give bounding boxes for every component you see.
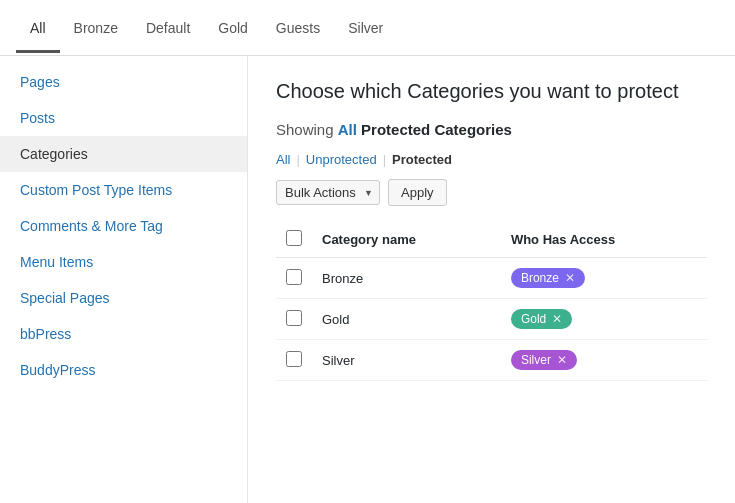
badge-bronze: Bronze ✕ xyxy=(511,268,585,288)
sidebar-item-menu-items[interactable]: Menu Items xyxy=(0,244,247,280)
sidebar-item-bbpress[interactable]: bbPress xyxy=(0,316,247,352)
table-header-row: Category name Who Has Access xyxy=(276,222,707,258)
table-row: Bronze Bronze ✕ xyxy=(276,258,707,299)
table-row: Silver Silver ✕ xyxy=(276,340,707,381)
tab-guests[interactable]: Guests xyxy=(262,12,334,44)
bulk-actions-row: Bulk Actions Apply xyxy=(276,179,707,206)
badge-gold: Gold ✕ xyxy=(511,309,572,329)
filter-protected[interactable]: Protected xyxy=(392,152,452,167)
badge-remove-silver[interactable]: ✕ xyxy=(557,353,567,367)
header-category-name: Category name xyxy=(312,222,501,258)
sidebar-item-buddypress[interactable]: BuddyPress xyxy=(0,352,247,388)
main-layout: Pages Posts Categories Custom Post Type … xyxy=(0,56,735,503)
row-access-silver: Silver ✕ xyxy=(501,340,707,381)
sidebar: Pages Posts Categories Custom Post Type … xyxy=(0,56,248,503)
badge-label-silver: Silver xyxy=(521,353,551,367)
row-category-name-silver: Silver xyxy=(312,340,501,381)
tab-default[interactable]: Default xyxy=(132,12,204,44)
tab-bar: All Bronze Default Gold Guests Silver xyxy=(0,0,735,56)
header-who-has-access: Who Has Access xyxy=(501,222,707,258)
select-all-checkbox[interactable] xyxy=(286,230,302,246)
row-category-name-bronze: Bronze xyxy=(312,258,501,299)
filter-all[interactable]: All xyxy=(276,152,290,167)
table-row: Gold Gold ✕ xyxy=(276,299,707,340)
page-title: Choose which Categories you want to prot… xyxy=(276,80,707,103)
header-checkbox-col xyxy=(276,222,312,258)
row-checkbox-cell xyxy=(276,299,312,340)
sidebar-item-categories[interactable]: Categories xyxy=(0,136,247,172)
badge-label-gold: Gold xyxy=(521,312,546,326)
row-checkbox-bronze[interactable] xyxy=(286,269,302,285)
tab-gold[interactable]: Gold xyxy=(204,12,262,44)
categories-table: Category name Who Has Access Bronze Bron… xyxy=(276,222,707,381)
row-checkbox-cell xyxy=(276,258,312,299)
badge-silver: Silver ✕ xyxy=(511,350,577,370)
row-checkbox-gold[interactable] xyxy=(286,310,302,326)
row-access-bronze: Bronze ✕ xyxy=(501,258,707,299)
showing-line: Showing All Protected Categories xyxy=(276,121,707,138)
tab-silver[interactable]: Silver xyxy=(334,12,397,44)
row-category-name-gold: Gold xyxy=(312,299,501,340)
showing-all-word: All xyxy=(338,121,357,138)
row-access-gold: Gold ✕ xyxy=(501,299,707,340)
sidebar-item-posts[interactable]: Posts xyxy=(0,100,247,136)
row-checkbox-silver[interactable] xyxy=(286,351,302,367)
sidebar-item-pages[interactable]: Pages xyxy=(0,64,247,100)
tab-bronze[interactable]: Bronze xyxy=(60,12,132,44)
showing-suffix-text: Protected Categories xyxy=(361,121,512,138)
bulk-select-wrap: Bulk Actions xyxy=(276,180,380,205)
tab-all[interactable]: All xyxy=(16,12,60,44)
apply-button[interactable]: Apply xyxy=(388,179,447,206)
sidebar-item-custom-post-type[interactable]: Custom Post Type Items xyxy=(0,172,247,208)
row-checkbox-cell xyxy=(276,340,312,381)
badge-remove-bronze[interactable]: ✕ xyxy=(565,271,575,285)
filter-unprotected[interactable]: Unprotected xyxy=(306,152,377,167)
filter-sep-2: | xyxy=(383,152,386,167)
sidebar-item-special-pages[interactable]: Special Pages xyxy=(0,280,247,316)
badge-remove-gold[interactable]: ✕ xyxy=(552,312,562,326)
filter-links: All | Unprotected | Protected xyxy=(276,152,707,167)
main-content: Choose which Categories you want to prot… xyxy=(248,56,735,503)
badge-label-bronze: Bronze xyxy=(521,271,559,285)
showing-prefix: Showing xyxy=(276,121,334,138)
bulk-actions-select[interactable]: Bulk Actions xyxy=(276,180,380,205)
filter-sep-1: | xyxy=(296,152,299,167)
sidebar-item-comments-more[interactable]: Comments & More Tag xyxy=(0,208,247,244)
